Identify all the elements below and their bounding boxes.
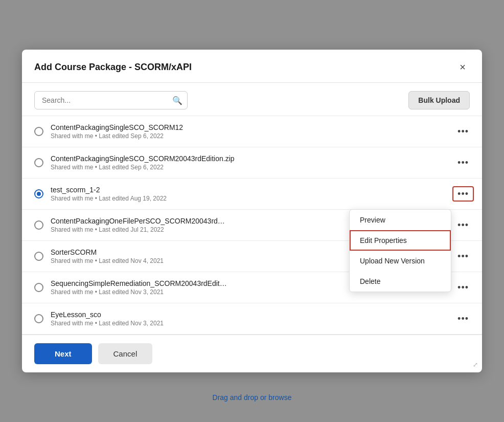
radio-button[interactable]: [34, 283, 43, 292]
item-meta: Shared with me • Last edited Nov 3, 2021: [51, 320, 452, 327]
radio-button[interactable]: [34, 220, 43, 230]
search-wrapper: 🔍: [34, 91, 188, 109]
modal-title: Add Course Package - SCORM/xAPI: [34, 62, 192, 73]
context-menu-item[interactable]: Preview: [350, 210, 451, 230]
context-menu-item[interactable]: Upload New Version: [350, 251, 451, 271]
modal-footer: Next Cancel: [22, 335, 482, 372]
item-info: ContentPackagingSingleSCO_SCORM20043rdEd…: [51, 154, 452, 171]
context-menu-item[interactable]: Edit Properties: [350, 230, 451, 251]
more-options-button[interactable]: •••: [452, 311, 474, 326]
page-background: Drag and drop or browse Add Course Packa…: [0, 0, 504, 422]
context-menu-item[interactable]: Delete: [350, 271, 451, 292]
list-item[interactable]: test_scorm_1-2Shared with me • Last edit…: [22, 179, 482, 210]
more-options-button[interactable]: •••: [452, 217, 474, 233]
item-name: ContentPackagingSingleSCO_SCORM20043rdEd…: [51, 154, 452, 163]
cancel-button[interactable]: Cancel: [98, 343, 153, 364]
item-meta: Shared with me • Last edited Sep 6, 2022: [51, 164, 452, 171]
more-options-button[interactable]: •••: [452, 155, 474, 170]
search-input[interactable]: [34, 91, 188, 109]
next-button[interactable]: Next: [34, 343, 92, 364]
radio-button[interactable]: [34, 127, 43, 136]
toolbar: 🔍 Bulk Upload: [22, 83, 482, 116]
item-name: ContentPackagingSingleSCO_SCORM12: [51, 123, 452, 131]
radio-button[interactable]: [34, 189, 43, 198]
radio-button[interactable]: [34, 252, 43, 261]
modal-dialog: Add Course Package - SCORM/xAPI × 🔍 Bulk…: [22, 50, 482, 372]
package-list: ContentPackagingSingleSCO_SCORM12Shared …: [22, 116, 482, 335]
list-item[interactable]: ContentPackagingSingleSCO_SCORM20043rdEd…: [22, 147, 482, 179]
item-name: EyeLesson_sco: [51, 310, 452, 319]
more-options-button[interactable]: •••: [452, 280, 474, 295]
more-options-button[interactable]: •••: [452, 186, 474, 202]
list-item[interactable]: ContentPackagingSingleSCO_SCORM12Shared …: [22, 116, 482, 147]
resize-handle: ⤢: [473, 361, 478, 368]
close-button[interactable]: ×: [455, 60, 470, 74]
radio-button[interactable]: [34, 314, 43, 323]
item-info: test_scorm_1-2Shared with me • Last edit…: [51, 186, 452, 202]
bulk-upload-button[interactable]: Bulk Upload: [408, 91, 470, 109]
radio-button[interactable]: [34, 158, 43, 167]
item-info: EyeLesson_scoShared with me • Last edite…: [51, 310, 452, 327]
more-options-button[interactable]: •••: [452, 124, 474, 139]
item-name: test_scorm_1-2: [51, 186, 452, 194]
item-meta: Shared with me • Last edited Aug 19, 202…: [51, 195, 452, 202]
item-info: ContentPackagingSingleSCO_SCORM12Shared …: [51, 123, 452, 140]
more-options-button[interactable]: •••: [452, 249, 474, 264]
context-menu: PreviewEdit PropertiesUpload New Version…: [349, 209, 451, 292]
item-meta: Shared with me • Last edited Sep 6, 2022: [51, 132, 452, 140]
list-item[interactable]: EyeLesson_scoShared with me • Last edite…: [22, 303, 482, 335]
modal-header: Add Course Package - SCORM/xAPI ×: [22, 50, 482, 83]
modal-overlay: Add Course Package - SCORM/xAPI × 🔍 Bulk…: [0, 0, 504, 422]
